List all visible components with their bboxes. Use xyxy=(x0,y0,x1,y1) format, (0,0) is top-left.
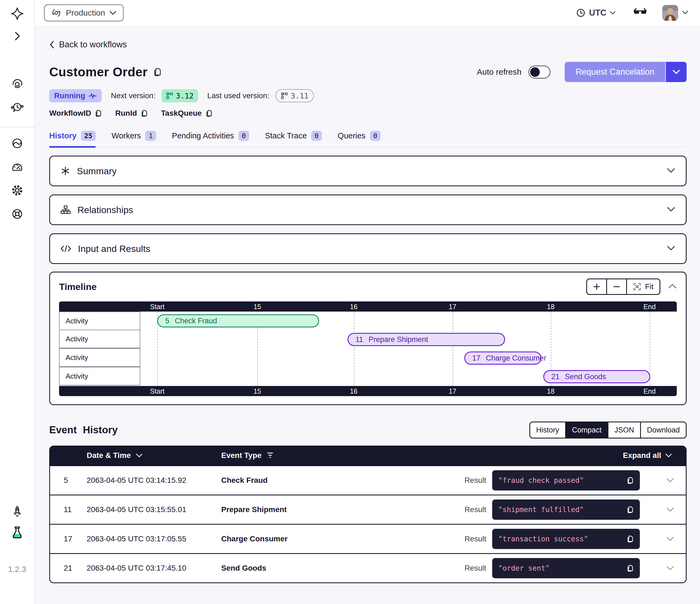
labs-flask-icon[interactable] xyxy=(8,524,26,541)
filter-icon[interactable] xyxy=(267,452,273,459)
chevron-down-icon[interactable] xyxy=(667,167,675,174)
summary-section[interactable]: Summary xyxy=(49,156,686,186)
input-results-section[interactable]: Input and Results xyxy=(49,233,686,264)
timeline-axis-label: End xyxy=(643,303,655,311)
namespace-switcher[interactable]: Production xyxy=(44,4,124,21)
timeline-collapse-chevron[interactable] xyxy=(668,283,677,290)
view-history-button[interactable]: History xyxy=(530,422,565,438)
run-id-copy[interactable]: RunId xyxy=(115,109,148,118)
expand-row-chevron[interactable] xyxy=(666,536,674,541)
topbar: Production UTC xyxy=(35,0,700,26)
timeline-bar-prepare-shipment[interactable]: 11Prepare Shipment xyxy=(348,333,505,346)
title-row: Customer Order Auto refresh Request Canc… xyxy=(49,62,686,82)
workflows-icon[interactable] xyxy=(8,75,26,93)
main-area: Production UTC xyxy=(35,0,700,604)
copy-icon xyxy=(94,109,102,117)
user-avatar[interactable] xyxy=(662,5,678,21)
relationships-section[interactable]: Relationships xyxy=(49,194,686,225)
tab-stack-trace[interactable]: Stack Trace0 xyxy=(265,131,322,147)
event-type: Send Goods xyxy=(221,564,465,573)
user-menu-chevron[interactable] xyxy=(682,10,689,16)
event-type: Prepare Shipment xyxy=(221,505,465,514)
timeline-bar-check-fraud[interactable]: 5Check Fraud xyxy=(157,314,319,328)
branch-icon xyxy=(281,92,288,99)
view-json-button[interactable]: JSON xyxy=(607,422,640,438)
workflow-id-copy[interactable]: WorkflowID xyxy=(49,109,102,118)
chevron-down-icon[interactable] xyxy=(667,245,675,252)
event-row[interactable]: 17 2063-04-05 UTC 03:17:05.55 Charge Con… xyxy=(50,525,686,553)
chevron-left-icon xyxy=(49,41,55,49)
timeline-bar-send-goods[interactable]: 21Send Goods xyxy=(543,370,650,383)
result-label: Result xyxy=(465,564,486,573)
rocket-icon[interactable] xyxy=(8,503,26,520)
download-button[interactable]: Download xyxy=(640,422,686,438)
nexus-icon[interactable] xyxy=(8,135,26,152)
schedules-icon[interactable] xyxy=(8,98,26,116)
expand-sidebar-button[interactable] xyxy=(8,27,26,45)
result-label: Result xyxy=(465,476,486,485)
expand-row-chevron[interactable] xyxy=(666,507,674,512)
tree-icon xyxy=(60,205,71,215)
timeline-axis-label: End xyxy=(643,387,655,395)
zoom-fit-button[interactable]: Fit xyxy=(626,279,659,294)
timeline-body: Activity 5Check Fraud Activity 11Prepare… xyxy=(59,312,677,386)
task-queue-copy[interactable]: TaskQueue xyxy=(161,109,213,118)
event-datetime: 2063-04-05 UTC 03:15:55.01 xyxy=(87,505,221,514)
app-version: 1.2.3 xyxy=(8,564,26,574)
timeline-row-label: Activity xyxy=(59,367,140,385)
timeline-axis-label: 17 xyxy=(449,387,456,395)
zoom-out-button[interactable] xyxy=(606,279,626,294)
incognito-glasses-icon[interactable] xyxy=(633,8,647,18)
code-icon xyxy=(60,244,71,253)
pulse-icon xyxy=(89,93,97,99)
fit-icon xyxy=(633,283,641,291)
back-to-workflows-link[interactable]: Back to workflows xyxy=(49,40,127,49)
tab-workers[interactable]: Workers1 xyxy=(111,131,156,147)
timeline-row-label: Activity xyxy=(59,312,140,330)
result-chip: "shipment fulfilled" xyxy=(492,500,640,520)
asterisk-icon xyxy=(60,166,70,176)
event-table-header: Date & Time Event Type Expand all xyxy=(50,445,686,465)
timeline-row: Activity 5Check Fraud xyxy=(59,312,677,330)
expand-row-chevron[interactable] xyxy=(666,478,674,483)
timezone-label: UTC xyxy=(589,8,606,18)
request-cancelation-button[interactable]: Request Cancelation xyxy=(565,62,665,82)
usage-gauge-icon[interactable] xyxy=(8,158,26,176)
event-row[interactable]: 11 2063-04-05 UTC 03:15:55.01 Prepare Sh… xyxy=(50,496,686,524)
result-label: Result xyxy=(465,534,486,543)
event-row[interactable]: 21 2063-04-05 UTC 03:17:45.10 Send Goods… xyxy=(50,554,686,582)
copy-workflow-name-button[interactable] xyxy=(153,67,162,77)
copy-result-button[interactable] xyxy=(626,506,634,514)
copy-result-button[interactable] xyxy=(626,564,634,572)
auto-refresh-toggle[interactable] xyxy=(529,66,550,78)
next-version-badge: 3.12 xyxy=(161,89,198,102)
copy-result-button[interactable] xyxy=(626,476,634,484)
tab-history[interactable]: History25 xyxy=(49,131,96,147)
event-row[interactable]: 5 2063-04-05 UTC 03:14:15.92 Check Fraud… xyxy=(50,466,686,494)
expand-all-button[interactable]: Expand all xyxy=(623,451,672,460)
chevron-down-icon[interactable] xyxy=(667,206,675,213)
zoom-in-button[interactable] xyxy=(587,279,606,294)
app-root: 1.2.3 Production xyxy=(0,0,700,604)
tab-pending-activities[interactable]: Pending Activities0 xyxy=(172,131,249,147)
sort-by-datetime[interactable]: Date & Time xyxy=(87,451,221,460)
timeline-row-label: Activity xyxy=(59,330,140,348)
expand-row-chevron[interactable] xyxy=(666,565,674,571)
timeline-axis-label: 15 xyxy=(253,303,261,311)
chevron-down-icon xyxy=(665,453,672,458)
tab-queries[interactable]: Queries0 xyxy=(338,131,381,147)
namespace-cycle-icon xyxy=(51,8,61,18)
timeline-axis-label: Start xyxy=(150,303,165,311)
timeline-card: Timeline xyxy=(49,272,686,405)
support-lifebuoy-icon[interactable] xyxy=(8,205,26,223)
settings-gear-icon[interactable] xyxy=(8,182,26,199)
timeline-row: Activity 21Send Goods xyxy=(59,367,677,386)
view-compact-button[interactable]: Compact xyxy=(565,422,607,438)
timeline-bar-charge-consumer[interactable]: 17Charge Consumer xyxy=(464,352,542,365)
timeline-row: Activity 11Prepare Shipment xyxy=(59,330,677,349)
timeline-gantt: Start15161718End Activity 5Check Fraud A… xyxy=(59,301,677,396)
cancelation-options-chevron[interactable] xyxy=(665,62,686,82)
copy-result-button[interactable] xyxy=(626,535,634,543)
timeline-axis-label: 15 xyxy=(253,387,261,395)
timezone-selector[interactable]: UTC xyxy=(576,8,616,18)
